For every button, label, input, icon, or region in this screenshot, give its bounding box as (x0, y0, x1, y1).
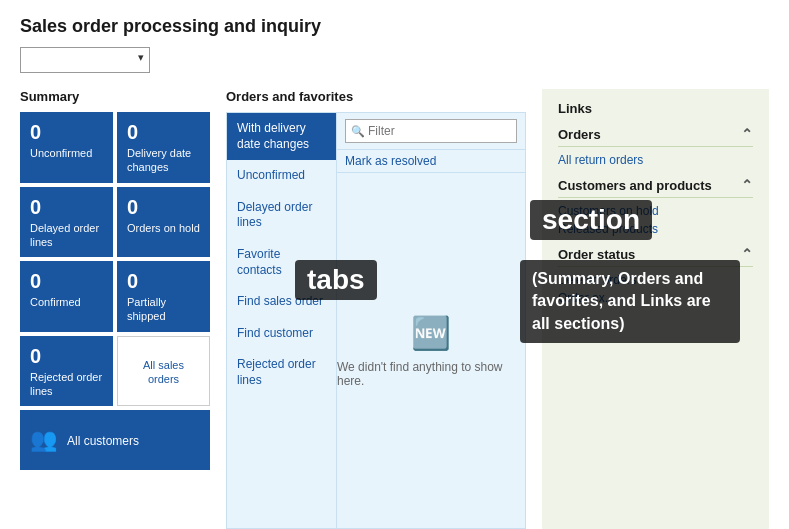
empty-icon: 🆕 (411, 314, 451, 352)
dropdown-wrapper (20, 47, 150, 73)
link-all-return-orders[interactable]: All return orders (558, 151, 753, 169)
links-group-orders: Orders ⌃ All return orders (558, 126, 753, 169)
tile-all-customers[interactable]: 👥 All customers (20, 410, 210, 470)
customers-icon: 👥 (30, 427, 57, 453)
chevron-up-icon: ⌃ (741, 126, 753, 142)
summary-grid: 0 Unconfirmed 0 Delivery date changes 0 … (20, 112, 210, 470)
links-heading: Links (558, 101, 753, 116)
nav-item-find-customer[interactable]: Find customer (227, 318, 336, 350)
tile-rejected-label: Rejected order lines (30, 370, 103, 399)
tile-partially-shipped[interactable]: 0 Partially shipped (117, 261, 210, 332)
orders-section: Orders and favorites With delivery date … (226, 89, 526, 529)
orders-layout: With delivery date changes Unconfirmed D… (226, 112, 526, 529)
filter-input-wrapper: 🔍 (345, 119, 517, 143)
filter-input[interactable] (345, 119, 517, 143)
tile-rejected-order-lines[interactable]: 0 Rejected order lines (20, 336, 113, 407)
annotation-tabs: tabs (295, 260, 377, 300)
tile-partial-label: Partially shipped (127, 295, 200, 324)
dropdown-container (20, 47, 769, 73)
tile-unconfirmed-count: 0 (30, 120, 103, 144)
summary-section: Summary 0 Unconfirmed 0 Delivery date ch… (20, 89, 210, 529)
links-group-orders-label: Orders (558, 127, 601, 142)
orders-nav: With delivery date changes Unconfirmed D… (227, 113, 337, 528)
tile-partial-count: 0 (127, 269, 200, 293)
tile-delayed-label: Delayed order lines (30, 221, 103, 250)
main-dropdown[interactable] (20, 47, 150, 73)
annotation-section: section (530, 200, 652, 240)
orders-heading: Orders and favorites (226, 89, 526, 104)
tile-hold-label: Orders on hold (127, 221, 200, 235)
nav-item-unconfirmed[interactable]: Unconfirmed (227, 160, 336, 192)
empty-state: 🆕 We didn't find anything to show here. (337, 173, 525, 528)
page-title: Sales order processing and inquiry (20, 16, 769, 37)
nav-item-rejected-order-lines[interactable]: Rejected order lines (227, 349, 336, 396)
tile-confirmed[interactable]: 0 Confirmed (20, 261, 113, 332)
empty-message: We didn't find anything to show here. (337, 360, 525, 388)
links-group-customers-label: Customers and products (558, 178, 712, 193)
tile-delivery-count: 0 (127, 120, 200, 144)
tile-delivery-label: Delivery date changes (127, 146, 200, 175)
nav-item-delayed-order-lines[interactable]: Delayed order lines (227, 192, 336, 239)
filter-bar: 🔍 (337, 113, 525, 150)
tile-unconfirmed[interactable]: 0 Unconfirmed (20, 112, 113, 183)
orders-content: 🔍 Mark as resolved 🆕 We didn't find anyt… (337, 113, 525, 528)
tile-all-sales-label: All sales orders (128, 358, 199, 387)
tile-hold-count: 0 (127, 195, 200, 219)
page-wrapper: Sales order processing and inquiry Summa… (0, 0, 789, 529)
search-icon: 🔍 (351, 125, 365, 138)
chevron-up-icon-3: ⌃ (741, 246, 753, 262)
tile-delivery-date-changes[interactable]: 0 Delivery date changes (117, 112, 210, 183)
tile-unconfirmed-label: Unconfirmed (30, 146, 103, 160)
annotation-box: (Summary, Orders and favorites, and Link… (520, 260, 740, 343)
tile-all-customers-label: All customers (67, 434, 139, 450)
tile-delayed-count: 0 (30, 195, 103, 219)
chevron-up-icon-2: ⌃ (741, 177, 753, 193)
links-group-orders-header[interactable]: Orders ⌃ (558, 126, 753, 147)
nav-item-delivery-date-changes[interactable]: With delivery date changes (227, 113, 336, 160)
summary-heading: Summary (20, 89, 210, 104)
tile-orders-on-hold[interactable]: 0 Orders on hold (117, 187, 210, 258)
tile-all-sales-orders[interactable]: All sales orders (117, 336, 210, 407)
mark-resolved-button[interactable]: Mark as resolved (337, 150, 525, 173)
tile-delayed-order-lines[interactable]: 0 Delayed order lines (20, 187, 113, 258)
tile-confirmed-count: 0 (30, 269, 103, 293)
tile-rejected-count: 0 (30, 344, 103, 368)
links-group-customers-header[interactable]: Customers and products ⌃ (558, 177, 753, 198)
tile-confirmed-label: Confirmed (30, 295, 103, 309)
